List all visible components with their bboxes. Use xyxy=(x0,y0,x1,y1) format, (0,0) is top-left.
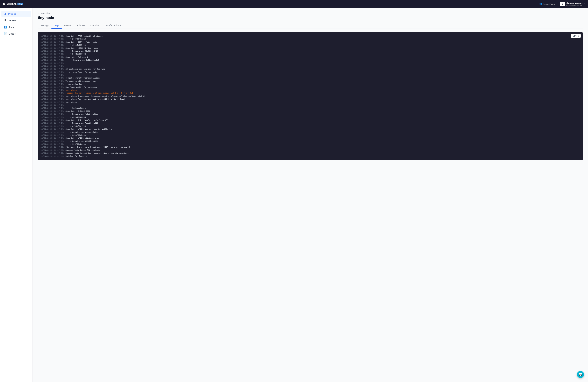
team-icon: 👥 xyxy=(4,25,7,29)
log-content: ---> f92f92c2de1e xyxy=(65,143,86,146)
tab-events[interactable]: Events xyxy=(62,22,74,29)
log-timestamp: 11/27/2024, 11:07:22: xyxy=(41,53,64,56)
log-timestamp: 11/27/2024, 11:07:22: xyxy=(41,38,64,40)
sidebar-item-team[interactable]: 👥 Team xyxy=(1,24,31,30)
logo-text: Sliplane xyxy=(6,2,17,5)
sidebar-item-docs[interactable]: 📄 Docs ↗ xyxy=(1,31,31,37)
tab-domains[interactable]: Domains xyxy=(88,22,102,29)
log-timestamp: 11/27/2024, 11:07:24: xyxy=(41,74,64,77)
log-timestamp: 11/27/2024, 11:07:25: xyxy=(41,143,64,146)
log-line: 11/27/2024, 11:07:24:npm notice Changelo… xyxy=(41,95,580,98)
folder-icon: 🗂 xyxy=(4,12,6,15)
log-line: 11/27/2024, 11:07:24:To address all issu… xyxy=(41,80,580,83)
log-timestamp: 11/27/2024, 11:07:24: xyxy=(41,77,64,80)
log-content: ---> e02b43123536 xyxy=(65,116,86,119)
log-line: 11/27/2024, 11:07:24:Run `npm audit` for… xyxy=(41,86,580,89)
log-timestamp: 11/27/2024, 11:07:29: xyxy=(41,155,64,158)
log-line: 11/27/2024, 11:07:25:Successfully built … xyxy=(41,149,580,152)
log-timestamp: 11/27/2024, 11:07:24: xyxy=(41,98,64,101)
team-icon: 👥 xyxy=(539,3,542,5)
sidebar-item-servers[interactable]: 🖥 Servers xyxy=(1,17,31,23)
log-line: 11/27/2024, 11:07:24: ---> Running in fb… xyxy=(41,113,580,116)
log-timestamp: 11/27/2024, 11:07:25: xyxy=(41,152,64,155)
log-content: ---> Running in a80dc96d9d5a xyxy=(65,131,98,134)
log-timestamp: 11/27/2024, 11:07:22: xyxy=(41,59,64,61)
log-line: 11/27/2024, 11:07:25:Successfully tagged… xyxy=(41,152,580,155)
log-timestamp: 11/27/2024, 11:07:24: xyxy=(41,131,64,134)
tab-logs[interactable]: Logs xyxy=(51,22,62,29)
user-info[interactable]: S sliplane-support support@sliplane.io ▾ xyxy=(560,2,585,6)
log-content: ---> Running in 55e788384f17 xyxy=(65,50,98,53)
log-content: npm notice xyxy=(65,101,77,104)
log-timestamp: 11/27/2024, 11:07:24: xyxy=(41,83,64,85)
log-content: Successfully built f92f92c2de1e xyxy=(65,149,101,152)
avatar: S xyxy=(560,2,565,6)
user-name: sliplane-support xyxy=(566,2,583,4)
page-title: tiny-node xyxy=(38,16,583,20)
log-line: 11/27/2024, 11:07:24: ---> Running in a8… xyxy=(41,131,580,134)
log-line: 11/27/2024, 11:07:24: run `npm fund` for… xyxy=(41,71,580,74)
log-line: 11/27/2024, 11:07:24:4 high severity vul… xyxy=(41,77,580,80)
log-content: 24 packages are looking for funding xyxy=(65,68,105,71)
server-icon: 🖥 xyxy=(4,19,6,22)
log-line: 11/27/2024, 11:07:24:npm notice Run `npm… xyxy=(41,98,580,101)
tab-volumes[interactable]: Volumes xyxy=(74,22,88,29)
log-timestamp: 11/27/2024, 11:07:24: xyxy=(41,101,64,104)
log-content: ---> b40dbd330f82 xyxy=(65,53,86,56)
scroll-button[interactable]: Scroll ↓ xyxy=(571,34,581,38)
log-timestamp: 11/27/2024, 11:07:24: xyxy=(41,113,64,116)
log-timestamp: 11/27/2024, 11:07:24: xyxy=(41,107,64,110)
chevron-down-icon: ▾ xyxy=(584,3,585,5)
log-timestamp: 11/27/2024, 11:07:24: xyxy=(41,80,64,83)
log-timestamp: 11/27/2024, 11:07:22: xyxy=(41,41,64,44)
breadcrumb[interactable]: ← Analytics xyxy=(38,12,583,14)
log-content: ---> 6dbc703a5c81 xyxy=(65,134,86,137)
docs-icon: 📄 xyxy=(4,32,7,35)
log-content: Step 4/8 : RUN npm i xyxy=(65,56,88,59)
log-content: To address all issues, run: xyxy=(65,80,96,83)
sidebar: 🗂 Projects 🖥 Servers 👥 Team 📄 Docs ↗ xyxy=(0,8,33,382)
log-timestamp: 11/27/2024, 11:07:22: xyxy=(41,44,64,46)
log-line: 11/27/2024, 11:07:22:Step 1/8 : FROM nod… xyxy=(41,35,580,38)
log-content: Successfully tagged tiny-node:service_ev… xyxy=(65,152,128,155)
log-line: 11/27/2024, 11:07:24: ---> Running in 7c… xyxy=(41,122,580,124)
log-content: Step 3/8 : WORKDIR /tiny-node xyxy=(65,47,98,50)
log-timestamp: 11/27/2024, 11:07:22: xyxy=(41,56,64,59)
log-content: Step 1/8 : FROM node:18.13-alpine xyxy=(65,35,103,38)
team-selector[interactable]: 👥 Default Team ▾ xyxy=(539,3,557,5)
log-timestamp: 11/27/2024, 11:07:24: xyxy=(41,134,64,137)
chat-icon: 💬 xyxy=(579,373,583,377)
log-timestamp: 11/27/2024, 11:07:24: xyxy=(41,116,64,119)
log-timestamp: 11/27/2024, 11:07:24: xyxy=(41,125,64,128)
logo[interactable]: ▶ Sliplane Beta xyxy=(3,2,23,6)
log-line: 11/27/2024, 11:07:29:Waiting for logs... xyxy=(41,155,580,158)
log-line: 11/27/2024, 11:07:22: ---> Running in 55… xyxy=(41,50,580,53)
sidebar-item-projects[interactable]: 🗂 Projects xyxy=(1,11,31,17)
log-line: 11/27/2024, 11:07:24:Step 8/8 : LABEL sl… xyxy=(41,137,580,140)
log-line: 11/27/2024, 11:07:24:24 packages are loo… xyxy=(41,68,580,71)
sidebar-item-label: Servers xyxy=(8,19,16,22)
log-line: 11/27/2024, 11:07:25: ---> f92f92c2de1e xyxy=(41,143,580,146)
main-content: ← Analytics tiny-node Settings Logs Even… xyxy=(33,8,588,382)
tab-unsafe-territory[interactable]: Unsafe Territory xyxy=(102,22,124,29)
log-content: ---> Running in fb9d143a6dea xyxy=(65,113,98,116)
log-timestamp: 11/27/2024, 11:07:24: xyxy=(41,119,64,122)
log-content: ---> 264f8646c2a6 xyxy=(65,38,86,40)
log-line: 11/27/2024, 11:07:22:Step 3/8 : WORKDIR … xyxy=(41,47,580,50)
log-content: Step 7/8 : LABEL app=service_loymulf5ot7… xyxy=(65,128,112,131)
chat-bubble[interactable]: 💬 xyxy=(577,371,584,378)
log-timestamp: 11/27/2024, 11:07:24: xyxy=(41,110,64,113)
log-content: ---> c8ee4d6856ce xyxy=(65,44,86,46)
log-content: ---> Running in 8981fbe63331 xyxy=(65,140,98,143)
navbar-right: 👥 Default Team ▾ S sliplane-support supp… xyxy=(539,2,585,6)
breadcrumb-label: Analytics xyxy=(41,12,50,14)
log-line: 11/27/2024, 11:07:24: ---> af15bf9c4794 xyxy=(41,125,580,128)
log-line: 11/27/2024, 11:07:24: ---> e02b43123536 xyxy=(41,116,580,119)
log-content: 4 high severity vulnerabilities xyxy=(65,77,101,80)
log-timestamp: 11/27/2024, 11:07:24: xyxy=(41,62,64,65)
terminal: Scroll ↓ 11/27/2024, 11:07:22:Step 1/8 :… xyxy=(38,32,583,160)
log-line: 11/27/2024, 11:07:24:npm notice xyxy=(41,101,580,104)
log-line: 11/27/2024, 11:07:24: xyxy=(41,62,580,65)
tab-settings[interactable]: Settings xyxy=(38,22,51,29)
log-line: 11/27/2024, 11:07:22: ----> Running in 8… xyxy=(41,59,580,61)
